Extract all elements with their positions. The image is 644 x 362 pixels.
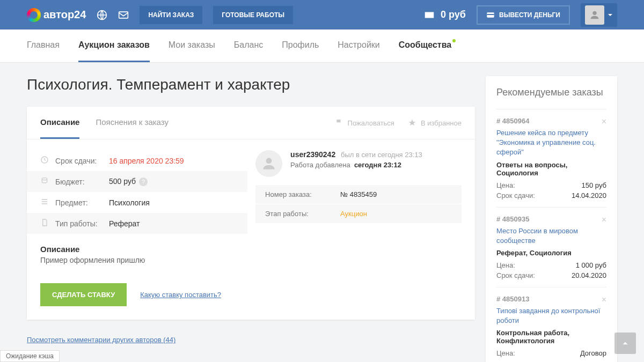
- deadline-value: 16 апреля 2020 23:59: [109, 157, 184, 165]
- rec-type: Контрольная работа, Конфликтология: [496, 329, 606, 345]
- make-bid-button[interactable]: СДЕЛАТЬ СТАВКУ: [40, 283, 127, 306]
- description-block: Описание Пример оформления пришлю: [27, 245, 475, 275]
- main-nav: Главная Аукцион заказов Мои заказы Балан…: [0, 29, 644, 63]
- order-stage-label: Этап работы:: [265, 210, 340, 218]
- rec-type: Ответы на вопросы, Социология: [496, 161, 606, 177]
- close-icon[interactable]: ×: [602, 295, 606, 305]
- subject-value: Психология: [109, 198, 150, 207]
- recommended-item: × # 4850913 Типові завдання до контрольн…: [496, 287, 606, 362]
- logo-icon: [27, 8, 41, 22]
- logo-text: автор24: [43, 9, 86, 21]
- withdraw-button[interactable]: ВЫВЕСТИ ДЕНЬГИ: [477, 5, 570, 25]
- document-icon: [40, 218, 49, 227]
- find-order-button[interactable]: НАЙТИ ЗАКАЗ: [140, 6, 202, 24]
- chevron-down-icon: [608, 12, 613, 18]
- description-text: Пример оформления пришлю: [40, 256, 462, 264]
- nav-profile[interactable]: Профиль: [282, 29, 319, 62]
- author-name[interactable]: user2390242: [290, 150, 335, 159]
- globe-icon[interactable]: [97, 10, 107, 20]
- coins-icon: [40, 176, 49, 185]
- rec-id: # 4850913: [496, 295, 606, 303]
- svg-rect-3: [487, 14, 494, 15]
- tab-description[interactable]: Описание: [40, 107, 79, 139]
- sidebar: Рекомендуемые заказы × # 4850964 Решение…: [486, 76, 617, 362]
- svg-rect-1: [119, 12, 128, 18]
- nav-main[interactable]: Главная: [27, 29, 60, 62]
- user-menu[interactable]: [581, 3, 617, 27]
- author-status: был в сети сегодня 23:13: [341, 151, 422, 159]
- card-tabs: Описание Пояснения к заказу Пожаловаться…: [27, 107, 475, 139]
- rec-title[interactable]: Решение кейса по предмету "Экономика и у…: [496, 128, 606, 158]
- order-author: user2390242 был в сети сегодня 23:13 Раб…: [255, 150, 462, 234]
- recommended-item: × # 4850964 Решение кейса по предмету "Э…: [496, 109, 606, 207]
- ready-works-button[interactable]: ГОТОВЫЕ РАБОТЫ: [213, 6, 293, 24]
- subject-label: Предмет:: [55, 198, 109, 207]
- comments-link[interactable]: Посмотреть комментарии других авторов (4…: [27, 336, 175, 344]
- complain-button[interactable]: Пожаловаться: [335, 119, 394, 127]
- sidebar-title: Рекомендуемые заказы: [496, 87, 606, 98]
- top-header: автор24 НАЙТИ ЗАКАЗ ГОТОВЫЕ РАБОТЫ 0 руб…: [0, 0, 644, 29]
- header-icons: [97, 10, 129, 20]
- order-card: Описание Пояснения к заказу Пожаловаться…: [27, 107, 475, 320]
- nav-communities[interactable]: Сообщества: [399, 29, 451, 62]
- avatar-icon: [585, 5, 604, 25]
- svg-point-4: [592, 11, 596, 14]
- status-bar: Ожидание кэша: [0, 350, 60, 362]
- budget-label: Бюджет:: [55, 178, 109, 186]
- rec-type: Реферат, Социология: [496, 249, 606, 257]
- order-meta: Номер заказа: № 4835459 Этап работы: Аук…: [255, 185, 462, 223]
- type-label: Тип работы:: [55, 219, 109, 228]
- order-details: Срок сдачи: 16 апреля 2020 23:59 Бюджет:…: [40, 150, 234, 234]
- card-icon: [486, 11, 495, 19]
- order-stage-value: Аукцион: [340, 210, 367, 218]
- recommended-item: × # 4850935 Место России в мировом сообщ…: [496, 207, 606, 287]
- rec-id: # 4850935: [496, 215, 606, 223]
- nav-settings[interactable]: Настройки: [338, 29, 379, 62]
- page-title: Психология. Темперамент и характер: [27, 76, 475, 93]
- close-icon[interactable]: ×: [602, 117, 606, 127]
- added-label: Работа добавлена: [290, 161, 350, 169]
- chevron-up-icon: [620, 338, 630, 348]
- list-icon: [40, 197, 49, 206]
- deadline-label: Срок сдачи:: [55, 157, 109, 165]
- flag-icon: [335, 119, 343, 127]
- wallet-icon: [423, 9, 435, 21]
- balance-display[interactable]: 0 руб: [423, 9, 466, 21]
- logo[interactable]: автор24: [27, 8, 86, 22]
- type-value: Реферат: [109, 219, 140, 228]
- author-avatar-icon: [255, 150, 282, 177]
- scroll-top-button[interactable]: [614, 333, 636, 354]
- rec-title[interactable]: Место России в мировом сообществе: [496, 226, 606, 246]
- order-number-label: Номер заказа:: [265, 190, 340, 198]
- mail-icon[interactable]: [118, 10, 129, 20]
- rec-title[interactable]: Типові завдання до контрольної роботи: [496, 306, 606, 326]
- tab-clarifications[interactable]: Пояснения к заказу: [96, 107, 169, 139]
- clock-icon: [40, 156, 49, 164]
- budget-value: 500 руб?: [109, 177, 148, 186]
- help-icon[interactable]: ?: [139, 178, 148, 186]
- order-number-value: № 4835459: [340, 190, 377, 198]
- bid-help-link[interactable]: Какую ставку поставить?: [140, 291, 221, 299]
- rec-id: # 4850964: [496, 117, 606, 125]
- added-value: сегодня 23:12: [354, 161, 401, 169]
- notification-dot: [452, 39, 456, 42]
- nav-auction[interactable]: Аукцион заказов: [78, 29, 150, 62]
- star-icon: [408, 119, 416, 127]
- action-row: СДЕЛАТЬ СТАВКУ Какую ставку поставить?: [27, 275, 475, 320]
- svg-point-6: [42, 178, 47, 180]
- nav-my-orders[interactable]: Мои заказы: [169, 29, 215, 62]
- close-icon[interactable]: ×: [602, 215, 606, 225]
- description-heading: Описание: [40, 245, 462, 254]
- nav-balance[interactable]: Баланс: [234, 29, 263, 62]
- svg-point-7: [266, 158, 272, 164]
- main-content: Психология. Темперамент и характер Описа…: [27, 76, 475, 362]
- favorite-button[interactable]: В избранное: [408, 119, 462, 127]
